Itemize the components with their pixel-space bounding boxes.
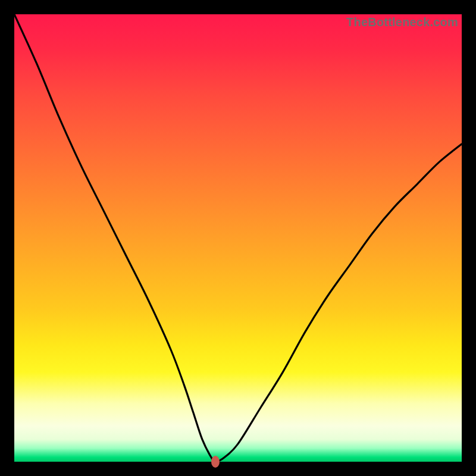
chart-frame: TheBottleneck.com — [0, 0, 476, 476]
optimal-point-marker — [211, 456, 220, 468]
curve-svg — [14, 14, 462, 462]
bottleneck-curve — [14, 14, 462, 462]
plot-area: TheBottleneck.com — [14, 14, 462, 462]
